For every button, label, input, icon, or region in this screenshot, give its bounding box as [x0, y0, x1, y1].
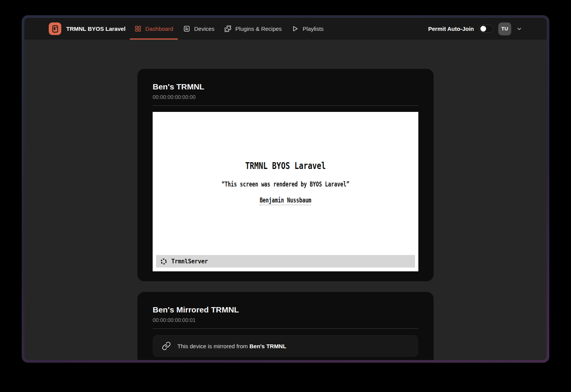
trmnl-logo-icon — [49, 22, 61, 35]
screen-footer-label: TrmnlServer — [171, 258, 208, 265]
app-surface: TRMNL BYOS Laravel Dashboard — [24, 18, 547, 360]
device-name: Ben's Mirrored TRMNL — [153, 305, 418, 315]
tab-plugins-recipes[interactable]: Plugins & Recipes — [219, 18, 287, 40]
brand: TRMNL BYOS Laravel — [49, 22, 126, 35]
dashboard-grid-icon — [134, 25, 142, 32]
avatar-initials: TU — [501, 26, 508, 32]
mirror-notice: This device is mirrored from Ben's TRMNL — [153, 335, 418, 357]
app-window: TRMNL BYOS Laravel Dashboard — [22, 15, 549, 363]
screen-text-block: TRMNL BYOS Laravel “This screen was rend… — [182, 112, 389, 205]
chevron-down-icon[interactable] — [516, 26, 522, 32]
main-nav: Dashboard Devices — [129, 18, 329, 40]
device-card: Ben's TRMNL 00:00:00:00:00:00 TRMNL BYOS… — [137, 69, 434, 281]
tab-playlists[interactable]: Playlists — [287, 18, 329, 40]
puzzle-icon — [224, 25, 231, 32]
screen-status-bar: TrmnlServer — [156, 255, 415, 268]
mirror-notice-prefix: This device is mirrored from — [177, 343, 249, 349]
divider — [153, 328, 418, 329]
screen-author-row: Benjamin Nussbaum — [182, 197, 389, 205]
screen-title: TRMNL BYOS Laravel — [182, 161, 389, 171]
toggle-knob — [480, 26, 486, 32]
permit-auto-join-toggle[interactable] — [479, 25, 493, 33]
navbar-right: Permit Auto-Join TU — [428, 22, 522, 35]
tab-label: Devices — [194, 25, 214, 32]
tab-devices[interactable]: Devices — [178, 18, 219, 40]
play-icon — [292, 25, 299, 32]
device-screen-icon — [183, 25, 190, 32]
top-navbar: TRMNL BYOS Laravel Dashboard — [24, 18, 547, 40]
link-icon — [162, 341, 171, 351]
device-card: Ben's Mirrored TRMNL 00:00:00:00:00:01 T… — [137, 292, 434, 360]
device-mac-address: 00:00:00:00:00:00 — [153, 94, 418, 100]
mirror-source-device: Ben's TRMNL — [249, 343, 286, 349]
screen-author: Benjamin Nussbaum — [260, 197, 311, 205]
permit-auto-join-label: Permit Auto-Join — [428, 25, 474, 32]
tab-label: Dashboard — [145, 25, 173, 32]
tab-label: Plugins & Recipes — [235, 25, 282, 32]
divider — [153, 105, 418, 106]
device-mac-address: 00:00:00:00:00:01 — [153, 317, 418, 323]
device-screen-preview: TRMNL BYOS Laravel “This screen was rend… — [153, 112, 418, 271]
mirror-notice-text: This device is mirrored from Ben's TRMNL — [177, 343, 286, 349]
brand-title: TRMNL BYOS Laravel — [66, 25, 126, 32]
user-avatar[interactable]: TU — [498, 22, 511, 35]
tab-dashboard[interactable]: Dashboard — [129, 18, 178, 40]
spinner-icon — [160, 258, 167, 265]
device-name: Ben's TRMNL — [153, 82, 418, 92]
dashboard-content: Ben's TRMNL 00:00:00:00:00:00 TRMNL BYOS… — [24, 40, 547, 360]
tab-label: Playlists — [303, 25, 324, 32]
screen-quote: “This screen was rendered by BYOS Larave… — [182, 180, 389, 188]
